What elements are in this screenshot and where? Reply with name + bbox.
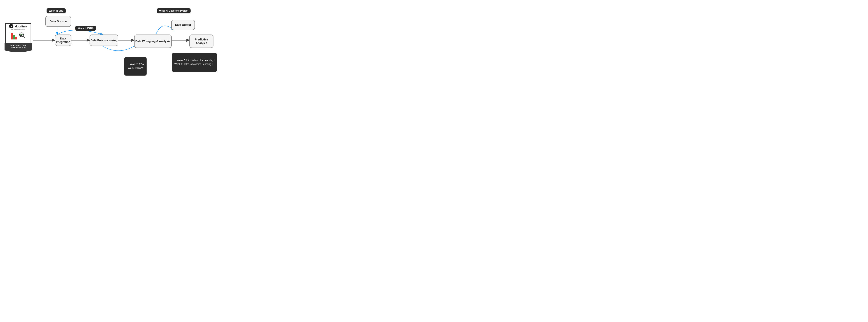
bar-green (13, 35, 15, 39)
badge-label: DATA ANALYTICS SPECIALIZATION (4, 44, 32, 49)
brand-tagline: learn data science by building (11, 29, 25, 30)
diagram-container: algoritma learn data science by building (0, 0, 217, 81)
analytics-icon (18, 32, 26, 39)
bar-red2 (16, 37, 18, 39)
label-week1-p4da: Week 1: P4DA (75, 26, 96, 31)
brand-row: algoritma (9, 24, 27, 28)
brand-name: algoritma (14, 25, 27, 28)
label-week4-sql: Week 4: SQL (46, 8, 66, 13)
node-data-integration: Data Integration (55, 34, 71, 46)
node-predictive-analysis: Predictive Analysis (189, 34, 213, 48)
label-week2-week3: Week 2: EDA Week 3: DWV (124, 57, 147, 76)
label-week4-capstone: Week 4: Capstone Project (157, 8, 191, 13)
bar-red (11, 33, 12, 39)
badge: algoritma learn data science by building (4, 23, 33, 58)
play-icon (9, 24, 13, 28)
node-data-output: Data Output (171, 20, 195, 30)
node-data-preprocessing: Data Pre-processing (90, 34, 118, 46)
node-data-wrangling: Data Wrangling & Analysis (134, 34, 172, 48)
svg-line-7 (23, 36, 25, 38)
node-data-source: Data Source (45, 16, 71, 27)
label-week5-week6: Week 5: Intro to Machine Learning I Week… (172, 53, 217, 71)
